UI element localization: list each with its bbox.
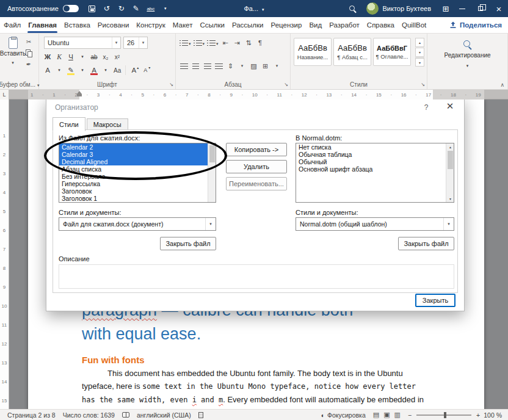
zoom-in-icon[interactable]: + (476, 411, 480, 419)
close-button[interactable] (490, 0, 508, 17)
share-button[interactable]: Поделиться (443, 17, 508, 33)
ribbon-tab-file[interactable]: Файл (0, 17, 24, 33)
style-item[interactable]: Без интервала (59, 173, 216, 180)
focus-button[interactable]: Фокусировка (321, 411, 366, 419)
close-source-file-button[interactable]: Закрыть файл (160, 237, 216, 250)
ribbon-tab-review[interactable]: Рецензир (267, 17, 306, 33)
ribbon-tab-layout[interactable]: Макет (169, 17, 197, 33)
styles-scroll-up-icon[interactable] (415, 38, 424, 47)
ribbon-tab-developer[interactable]: Разработ (325, 17, 363, 33)
style-item[interactable]: Гиперссылка (59, 180, 216, 187)
shrink-font-button[interactable] (140, 65, 150, 76)
ribbon-tab-insert[interactable]: Вставка (60, 17, 94, 33)
target-styles-list[interactable]: Нет списка Обычная таблица Обычный Основ… (296, 143, 454, 203)
undo-icon[interactable] (100, 0, 114, 17)
numbering-button[interactable] (194, 37, 205, 48)
delete-style-button[interactable]: Удалить (226, 160, 287, 173)
style-item[interactable]: Заголовок (59, 187, 216, 195)
style-item[interactable]: Обычная таблица (296, 151, 454, 158)
minimize-button[interactable] (453, 0, 471, 17)
scrollbar[interactable] (446, 143, 454, 202)
ribbon-display-options-icon[interactable] (438, 0, 453, 17)
bullets-button[interactable] (180, 37, 191, 48)
change-case-button[interactable] (112, 65, 122, 76)
search-icon[interactable] (349, 5, 357, 13)
grow-font-button[interactable] (129, 65, 139, 76)
align-center-button[interactable] (191, 60, 200, 71)
scrollbar-thumb[interactable] (448, 151, 453, 169)
read-mode-icon[interactable] (373, 411, 379, 419)
horizontal-ruler[interactable]: 1·1·2·3·4·5·6·7·8·9·10·11·12·13·14·15·16… (0, 90, 508, 100)
ribbon-tab-draw[interactable]: Рисовани (94, 17, 133, 33)
shading-button[interactable] (249, 60, 258, 71)
italic-button[interactable] (54, 51, 64, 62)
style-item[interactable]: Нет списка (296, 143, 454, 151)
underline-button[interactable] (66, 51, 76, 62)
align-right-button[interactable] (203, 60, 212, 71)
style-item[interactable]: Calendar 2 (59, 143, 216, 151)
language-indicator[interactable]: английский (США) (137, 411, 191, 419)
dialog-close-icon[interactable]: ✕ (443, 101, 457, 112)
zoom-slider-thumb[interactable] (444, 412, 446, 418)
style-item[interactable]: Заголовок 1 (59, 195, 216, 202)
font-color-button[interactable] (89, 65, 99, 76)
ribbon-tab-help[interactable]: Справка (363, 17, 398, 33)
redo-icon[interactable] (114, 0, 129, 17)
style-card-paragraph[interactable]: АаБбВв ¶ Абзац с... (333, 38, 371, 66)
font-dialog-launcher-icon[interactable] (169, 82, 173, 87)
zoom-slider[interactable] (416, 415, 471, 416)
style-item[interactable]: Decimal Aligned (59, 158, 216, 165)
borders-button[interactable] (261, 60, 270, 71)
underline-options-icon[interactable] (78, 51, 87, 62)
accessibility-button[interactable] (198, 412, 203, 418)
source-document-select[interactable]: Файл для сжатия.docx (документ) (59, 217, 216, 231)
save-button[interactable] (85, 0, 100, 17)
word-count[interactable]: Число слов: 1639 (63, 411, 115, 419)
rename-style-button[interactable]: Переименовать... (226, 177, 287, 190)
proofing-button[interactable] (122, 412, 129, 418)
font-size-select[interactable]: 26 (123, 37, 148, 49)
styles-more-icon[interactable] (415, 57, 424, 67)
editing-button[interactable]: Редактирование (427, 40, 507, 68)
web-layout-icon[interactable] (394, 411, 401, 419)
source-styles-list[interactable]: Calendar 2 Calendar 3 Decimal Aligned Аб… (59, 143, 216, 203)
draw-icon[interactable] (129, 0, 143, 17)
ribbon-tab-home[interactable]: Главная (24, 17, 60, 33)
dialog-close-button[interactable]: Закрыть (415, 294, 455, 307)
show-formatting-button[interactable] (256, 37, 265, 48)
styles-dialog-launcher-icon[interactable] (421, 82, 425, 87)
page-indicator[interactable]: Страница 2 из 8 (7, 411, 56, 419)
style-item[interactable]: Абзац списка (59, 165, 216, 173)
copy-icon[interactable] (26, 49, 32, 57)
style-card-toc[interactable]: АаБбВвГ ¶ Оглавле... (373, 38, 411, 66)
collapse-ribbon-icon[interactable] (500, 82, 504, 88)
style-item[interactable]: Обычный (296, 158, 454, 165)
restore-button[interactable] (471, 0, 490, 17)
paragraph-dialog-launcher-icon[interactable] (284, 82, 288, 87)
ribbon-tab-mailings[interactable]: Рассылки (228, 17, 267, 33)
superscript-button[interactable] (112, 51, 122, 62)
document-title[interactable]: Фа... (244, 5, 258, 12)
indent-marker[interactable] (77, 91, 82, 94)
text-effects-button[interactable] (43, 65, 53, 76)
ribbon-tab-view[interactable]: Вид (305, 17, 325, 33)
style-item[interactable]: Основной шрифт абзаца (296, 165, 454, 173)
style-item[interactable]: Calendar 3 (59, 151, 216, 158)
ribbon-tab-references[interactable]: Ссылки (196, 17, 228, 33)
user-avatar[interactable] (366, 2, 379, 15)
justify-button[interactable] (214, 60, 223, 71)
spellcheck-icon[interactable] (143, 0, 158, 17)
line-spacing-button[interactable] (226, 60, 235, 71)
style-card-title[interactable]: АаБбВв Название... (294, 38, 332, 66)
cut-icon[interactable] (26, 38, 31, 45)
strikethrough-button[interactable] (89, 51, 99, 62)
vertical-ruler[interactable]: 123456789101112131415 (0, 100, 9, 409)
scrollbar-thumb[interactable] (209, 145, 215, 162)
quick-access-options-icon[interactable] (158, 0, 173, 17)
autosave-toggle[interactable] (63, 5, 79, 12)
subscript-button[interactable] (101, 51, 111, 62)
target-document-select[interactable]: Normal.dotm (общий шаблон) (296, 217, 454, 231)
align-left-button[interactable] (180, 60, 189, 71)
ribbon-tab-quillbot[interactable]: QuillBot (398, 17, 430, 33)
dialog-tab-styles[interactable]: Стили (53, 117, 85, 131)
